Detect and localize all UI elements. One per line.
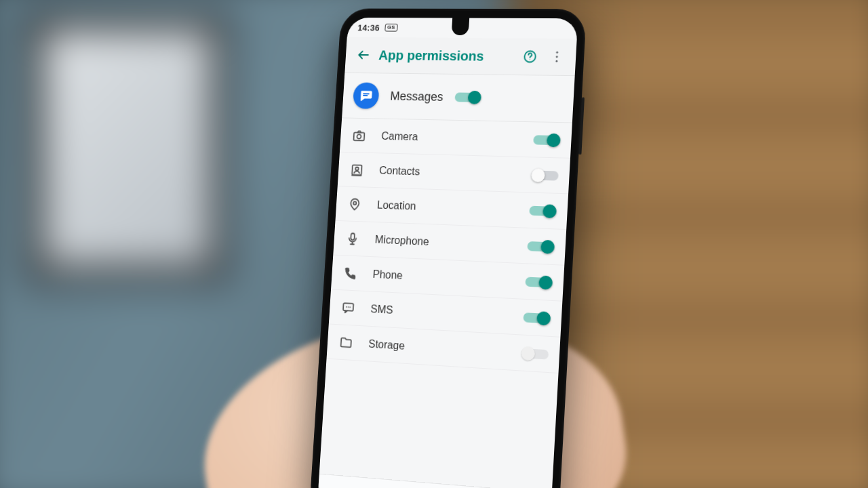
svg-point-4 — [556, 56, 558, 58]
toggle-microphone[interactable] — [527, 237, 555, 255]
permission-label: Storage — [368, 338, 507, 358]
location-icon — [346, 197, 363, 211]
permission-label: Microphone — [374, 233, 513, 251]
phone-icon — [342, 265, 359, 281]
permission-label: Location — [377, 199, 515, 216]
svg-rect-8 — [353, 132, 364, 140]
back-button[interactable] — [350, 42, 377, 68]
svg-point-5 — [555, 60, 557, 62]
app-avatar — [353, 82, 380, 108]
app-header-row[interactable]: Messages — [342, 73, 575, 123]
permission-label: Phone — [372, 268, 511, 287]
toggle-location[interactable] — [529, 202, 557, 220]
toggle-storage — [521, 344, 549, 363]
svg-point-19 — [348, 306, 349, 308]
toggle-camera[interactable] — [533, 131, 561, 148]
app-bar: App permissions — [344, 37, 576, 76]
help-button[interactable] — [516, 43, 545, 70]
phone-device: 14:36 GS App permissions — [309, 9, 587, 488]
status-clock: 14:36 — [357, 22, 380, 33]
permission-label: Contacts — [379, 164, 517, 180]
sms-icon — [340, 300, 357, 315]
svg-point-9 — [357, 134, 361, 138]
photo-scene: 14:36 GS App permissions — [0, 0, 868, 488]
app-name-label: Messages — [390, 89, 443, 104]
toggle-app-all[interactable] — [454, 89, 481, 106]
microphone-icon — [344, 231, 361, 247]
permission-label: SMS — [370, 303, 509, 323]
help-circle-icon — [522, 49, 538, 64]
svg-point-2 — [530, 59, 530, 60]
svg-point-3 — [556, 52, 558, 54]
toggle-contacts[interactable] — [531, 167, 559, 184]
svg-point-13 — [353, 201, 357, 205]
svg-point-11 — [355, 167, 359, 170]
more-vertical-icon — [549, 49, 565, 64]
camera-icon — [351, 128, 368, 143]
phone-screen: 14:36 GS App permissions — [317, 18, 578, 488]
overflow-menu-button[interactable] — [542, 43, 571, 70]
toggle-phone[interactable] — [525, 273, 553, 291]
svg-point-20 — [349, 306, 351, 308]
svg-rect-14 — [351, 233, 355, 240]
messages-app-icon — [359, 88, 374, 103]
toggle-sms[interactable] — [523, 309, 551, 327]
storage-icon — [337, 335, 355, 350]
permission-label: Camera — [381, 130, 519, 146]
nav-back-button[interactable] — [345, 480, 385, 488]
arrow-left-icon — [356, 47, 371, 62]
permission-row-camera[interactable]: Camera — [340, 118, 572, 158]
contacts-icon — [349, 162, 366, 177]
nav-home-button[interactable] — [412, 485, 453, 488]
svg-point-18 — [346, 306, 347, 307]
page-title: App permissions — [376, 47, 517, 64]
status-badge-icon: GS — [384, 24, 398, 32]
permission-list: CameraContactsLocationMicrophonePhoneSMS… — [319, 118, 572, 488]
